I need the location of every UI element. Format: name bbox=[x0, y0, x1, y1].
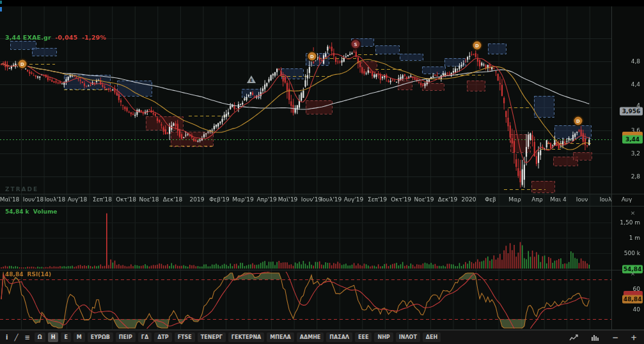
time-axis-label: Ιουλ'19 bbox=[321, 196, 342, 203]
toolbar-right: − + bbox=[566, 332, 640, 342]
time-axis-label: Ιουν'19 bbox=[301, 196, 322, 203]
price-axis-label: 3,2 bbox=[631, 150, 640, 157]
watermark: ZTRADE bbox=[5, 186, 38, 192]
time-axis-label: 2019 bbox=[190, 196, 205, 203]
symbol-ΕΕΕ[interactable]: ΕΕΕ bbox=[355, 332, 372, 342]
time-axis-label: Μαι 4 bbox=[550, 196, 566, 203]
window-accent-dot bbox=[0, 1, 2, 4]
price-axis-label: 4,4 bbox=[631, 81, 640, 88]
histogram-icon bbox=[591, 334, 600, 341]
trade-marker-d[interactable]: D bbox=[307, 51, 318, 62]
symbol-FTSE[interactable]: FTSE bbox=[175, 332, 195, 342]
time-axis-label: Απρ bbox=[531, 196, 542, 203]
draw-tool-button[interactable]: ╱ bbox=[12, 332, 20, 342]
symbol-legend: 3,44 EXAE.gr -0,045 -1,29% bbox=[5, 34, 106, 41]
timeframe-Η[interactable]: Η bbox=[48, 332, 59, 342]
info-button[interactable]: i bbox=[4, 332, 10, 342]
time-axis-label: Απρ'19 bbox=[256, 196, 276, 203]
time-axis-label: Οκτ'19 bbox=[391, 196, 411, 203]
rsi-axis-label: 40 bbox=[633, 306, 640, 313]
time-axis-label: Μαρ'19 bbox=[232, 196, 253, 203]
watchlist-button[interactable]: ≡ bbox=[22, 332, 31, 342]
zoom-out-button[interactable]: − bbox=[609, 332, 622, 342]
time-axis-label: Μαρ bbox=[508, 196, 521, 203]
volume-indicator-name: Volume bbox=[33, 208, 58, 215]
symbol-ΠΑΣΑΛ[interactable]: ΠΑΣΑΛ bbox=[326, 332, 352, 342]
time-axis-label: 2020 bbox=[462, 196, 476, 203]
time-axis-label: Φεβ bbox=[485, 196, 496, 203]
trade-marker-d[interactable]: D bbox=[17, 59, 28, 70]
symbol-ΔΤΡ[interactable]: ΔΤΡ bbox=[154, 332, 172, 342]
volume-legend: 54,84 k Volume bbox=[5, 208, 59, 215]
line-chart-icon bbox=[569, 334, 579, 341]
trade-marker-d[interactable]: D bbox=[472, 40, 483, 51]
time-axis-label: Νοε'18 bbox=[139, 196, 159, 203]
symbol-ΓΔ[interactable]: ΓΔ bbox=[138, 332, 152, 342]
chart-style-button[interactable] bbox=[566, 332, 582, 342]
last-price: 3,44 bbox=[5, 34, 20, 41]
volume-axis-label: 1,50 m bbox=[620, 219, 640, 226]
trade-marker-s[interactable]: S bbox=[350, 39, 361, 50]
rsi-close-button[interactable]: × bbox=[629, 270, 636, 278]
trade-marker-d[interactable]: D bbox=[573, 116, 584, 127]
volume-close-button[interactable]: × bbox=[629, 210, 636, 217]
zoom-in-button[interactable]: + bbox=[627, 332, 640, 342]
symbol-ΑΔΜΗΕ[interactable]: ΑΔΜΗΕ bbox=[297, 332, 324, 342]
last-price-badge: 3,44 bbox=[622, 136, 643, 144]
time-axis-label: Δεκ'19 bbox=[438, 196, 457, 203]
symbol-ΜΠΕΛΑ[interactable]: ΜΠΕΛΑ bbox=[267, 332, 294, 342]
time-axis-label: Αυγ'19 bbox=[344, 196, 364, 203]
toolbar-buttons: i╱≡ΩΗΕΜΕΥΡΩΒΠΕΙΡΓΔΔΤΡFTSEΤΕΝΕΡΓΓΕΚΤΕΡΝΑΜ… bbox=[4, 332, 441, 342]
time-axis-label: Οκτ'18 bbox=[116, 196, 136, 203]
timeframe-Ω[interactable]: Ω bbox=[35, 332, 45, 342]
time-axis-label: Δεκ'18 bbox=[163, 196, 182, 203]
volume-value: 54,84 k bbox=[5, 208, 29, 215]
symbol-ΠΕΙΡ[interactable]: ΠΕΙΡ bbox=[116, 332, 136, 342]
ma-slow-value-badge: 3,956 bbox=[620, 107, 643, 116]
volume-axis-label: 1 m bbox=[629, 235, 640, 241]
chart-canvas[interactable] bbox=[0, 0, 644, 344]
time-axis-label: Ιουλ bbox=[600, 196, 612, 203]
symbol-ΤΕΝΕΡΓ[interactable]: ΤΕΝΕΡΓ bbox=[198, 332, 226, 342]
trading-app: 3,44 EXAE.gr -0,045 -1,29% ZTRADE 54,84 … bbox=[0, 0, 644, 344]
volume-axis-label: 500 k bbox=[624, 250, 640, 256]
time-axis-label: Αυγ'18 bbox=[68, 196, 88, 203]
price-axis-label: 2,8 bbox=[631, 173, 640, 180]
change-percent: -1,29% bbox=[82, 34, 106, 41]
time-axis-label: Μαϊ'18 bbox=[0, 196, 19, 203]
symbol-ΙΝΛΟΤ[interactable]: ΙΝΛΟΤ bbox=[396, 332, 420, 342]
time-axis-label: Σεπ'18 bbox=[93, 196, 112, 203]
timeframe-Ε[interactable]: Ε bbox=[61, 332, 70, 342]
symbol-ΔΕΗ[interactable]: ΔΕΗ bbox=[423, 332, 441, 342]
rsi-indicator-name: RSI(14) bbox=[27, 271, 52, 278]
volume-style-button[interactable] bbox=[588, 332, 603, 342]
time-axis-label: Ιουλ'18 bbox=[45, 196, 66, 203]
symbol-ΝΗΡ[interactable]: ΝΗΡ bbox=[374, 332, 393, 342]
window-accent-dot bbox=[0, 7, 2, 12]
time-axis-label: Σεπ'19 bbox=[368, 196, 387, 203]
symbol-name: EXAE.gr bbox=[23, 34, 51, 41]
symbol-ΓΕΚΤΕΡΝΑ[interactable]: ΓΕΚΤΕΡΝΑ bbox=[228, 332, 264, 342]
rsi-value-badge: 48,84 bbox=[622, 295, 643, 304]
time-axis-label: Μαϊ'19 bbox=[278, 196, 298, 203]
timeframe-Μ[interactable]: Μ bbox=[74, 332, 85, 342]
symbol-ΕΥΡΩΒ[interactable]: ΕΥΡΩΒ bbox=[88, 332, 113, 342]
change-value: -0,045 bbox=[55, 34, 77, 41]
time-axis-label: Ιουν bbox=[576, 196, 588, 203]
time-axis-label: Ιουν'18 bbox=[23, 196, 43, 203]
time-axis-label: Αυγ bbox=[622, 196, 632, 203]
rsi-value: 48,84 bbox=[5, 271, 23, 278]
rsi-legend: 48,84 RSI(14) bbox=[5, 271, 53, 278]
time-axis-label: Νοε'19 bbox=[414, 196, 434, 203]
time-axis-label: Φεβ'19 bbox=[209, 196, 230, 203]
price-axis-label: 4,8 bbox=[631, 58, 640, 65]
bottom-toolbar: i╱≡ΩΗΕΜΕΥΡΩΒΠΕΙΡΓΔΔΤΡFTSEΤΕΝΕΡΓΓΕΚΤΕΡΝΑΜ… bbox=[0, 330, 644, 344]
